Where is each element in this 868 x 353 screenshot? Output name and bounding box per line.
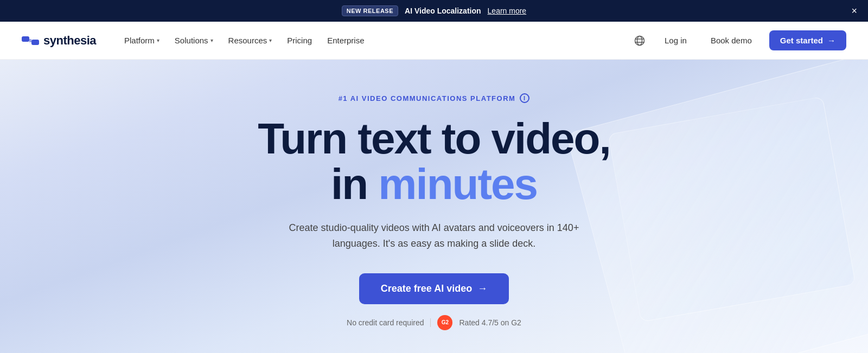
announcement-banner: NEW RELEASE AI Video Localization Learn … [0,0,868,22]
hero-title: Turn text to video, in minutes [258,116,610,207]
hero-subtitle: Create studio-quality videos with AI ava… [282,220,586,252]
social-proof-divider [430,318,431,327]
globe-icon [634,35,645,46]
get-started-label: Get started [780,36,823,45]
nav-links: Platform ▾ Solutions ▾ Resources ▾ Prici… [118,31,630,49]
no-credit-card-text: No credit card required [347,318,424,327]
synthesia-logo-icon [22,34,39,47]
hero-badge: #1 AI VIDEO COMMUNICATIONS PLATFORM i [339,93,530,103]
banner-content: NEW RELEASE AI Video Localization Learn … [342,5,526,16]
hero-title-line2-prefix: in [331,160,378,208]
svg-rect-1 [31,40,39,45]
g2-rating-text: Rated 4.7/5 on G2 [459,318,521,327]
logo-text: synthesia [43,34,96,48]
banner-close-button[interactable]: × [851,6,857,16]
nav-item-pricing[interactable]: Pricing [280,31,318,49]
hero-badge-text: #1 AI VIDEO COMMUNICATIONS PLATFORM [339,94,516,102]
new-release-badge: NEW RELEASE [342,5,398,16]
logo[interactable]: synthesia [22,34,96,48]
svg-point-2 [635,36,644,45]
nav-platform-label: Platform [124,36,155,45]
info-icon[interactable]: i [520,93,529,103]
book-demo-button[interactable]: Book demo [702,31,761,49]
platform-chevron-icon: ▾ [157,37,159,43]
get-started-button[interactable]: Get started → [769,30,846,50]
hero-section: #1 AI VIDEO COMMUNICATIONS PLATFORM i Tu… [0,60,868,353]
hero-title-line1: Turn text to video, [258,114,610,163]
nav-resources-label: Resources [228,36,267,45]
svg-rect-0 [22,36,29,42]
nav-pricing-label: Pricing [287,36,312,45]
nav-item-solutions[interactable]: Solutions ▾ [168,31,220,49]
banner-announcement-text: AI Video Localization [405,7,481,15]
nav-item-platform[interactable]: Platform ▾ [118,31,166,49]
nav-right: Log in Book demo Get started → [630,30,846,50]
create-video-cta-button[interactable]: Create free AI video → [359,273,509,304]
solutions-chevron-icon: ▾ [210,37,213,43]
hero-title-highlight: minutes [378,160,537,208]
learn-more-link[interactable]: Learn more [488,7,527,15]
svg-point-3 [637,36,642,45]
nav-item-enterprise[interactable]: Enterprise [321,31,371,49]
nav-solutions-label: Solutions [175,36,208,45]
login-button[interactable]: Log in [658,31,693,49]
language-selector-button[interactable] [630,31,649,50]
cta-arrow-icon: → [477,283,487,294]
navbar: synthesia Platform ▾ Solutions ▾ Resourc… [0,22,868,60]
resources-chevron-icon: ▾ [269,37,272,43]
cta-label: Create free AI video [381,283,472,294]
social-proof: No credit card required G2 Rated 4.7/5 o… [347,315,521,330]
get-started-arrow-icon: → [827,36,835,45]
nav-enterprise-label: Enterprise [327,36,364,45]
nav-item-resources[interactable]: Resources ▾ [222,31,279,49]
g2-badge-icon: G2 [437,315,452,330]
